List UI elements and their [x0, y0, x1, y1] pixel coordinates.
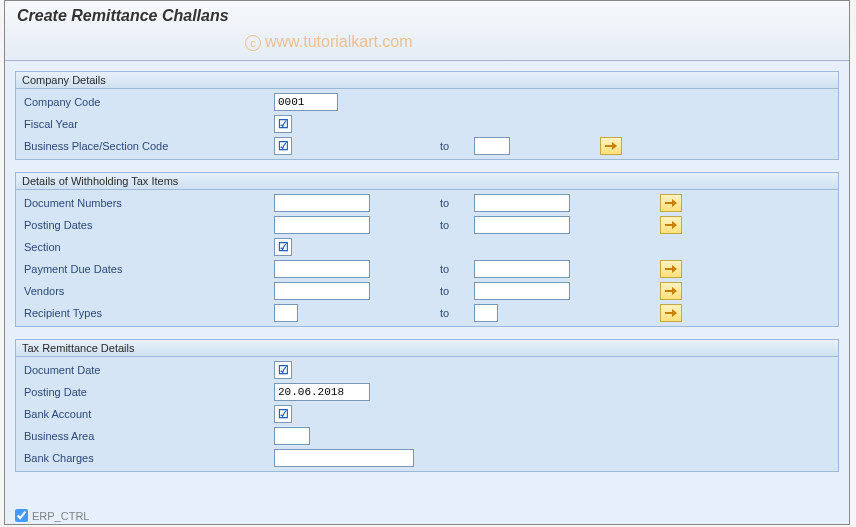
input-company-code[interactable]: [274, 93, 338, 111]
label-fiscal-year: Fiscal Year: [24, 118, 274, 130]
required-check-icon[interactable]: ☑: [274, 115, 292, 133]
label-posting-date: Posting Date: [24, 386, 274, 398]
row-section: Section ☑: [16, 236, 838, 258]
multiple-selection-button[interactable]: [660, 194, 682, 212]
arrow-right-icon: [665, 286, 677, 296]
main-window: Create Remittance Challans cwww.tutorial…: [4, 0, 850, 525]
label-to: to: [440, 140, 474, 152]
input-posting-dates-to[interactable]: [474, 216, 570, 234]
row-posting-date: Posting Date: [16, 381, 838, 403]
arrow-right-icon: [665, 198, 677, 208]
label-to: to: [440, 307, 474, 319]
row-document-numbers: Document Numbers to: [16, 192, 838, 214]
label-to: to: [440, 197, 474, 209]
label-bank-account: Bank Account: [24, 408, 274, 420]
input-business-place-to[interactable]: [474, 137, 510, 155]
label-to: to: [440, 263, 474, 275]
input-doc-numbers-from[interactable]: [274, 194, 370, 212]
arrow-right-icon: [605, 141, 617, 151]
group-header-company: Company Details: [16, 72, 838, 89]
multiple-selection-button[interactable]: [660, 282, 682, 300]
row-company-code: Company Code: [16, 91, 838, 113]
input-posting-dates-from[interactable]: [274, 216, 370, 234]
input-doc-numbers-to[interactable]: [474, 194, 570, 212]
input-posting-date[interactable]: [274, 383, 370, 401]
label-section: Section: [24, 241, 274, 253]
input-vendors-to[interactable]: [474, 282, 570, 300]
row-vendors: Vendors to: [16, 280, 838, 302]
label-vendors: Vendors: [24, 285, 274, 297]
required-check-icon[interactable]: ☑: [274, 361, 292, 379]
input-bank-charges[interactable]: [274, 449, 414, 467]
input-payment-due-to[interactable]: [474, 260, 570, 278]
group-company-details: Company Details Company Code Fiscal Year…: [15, 71, 839, 160]
input-recipient-types-from[interactable]: [274, 304, 298, 322]
multiple-selection-button[interactable]: [660, 216, 682, 234]
label-business-place: Business Place/Section Code: [24, 140, 274, 152]
content-area: Company Details Company Code Fiscal Year…: [5, 61, 849, 472]
footer-label: ERP_CTRL: [32, 510, 89, 522]
label-document-date: Document Date: [24, 364, 274, 376]
row-payment-due-dates: Payment Due Dates to: [16, 258, 838, 280]
row-business-area: Business Area: [16, 425, 838, 447]
required-check-icon[interactable]: ☑: [274, 238, 292, 256]
label-document-numbers: Document Numbers: [24, 197, 274, 209]
title-bar: Create Remittance Challans cwww.tutorial…: [5, 1, 849, 61]
label-company-code: Company Code: [24, 96, 274, 108]
input-recipient-types-to[interactable]: [474, 304, 498, 322]
required-check-icon[interactable]: ☑: [274, 405, 292, 423]
input-business-area[interactable]: [274, 427, 310, 445]
label-posting-dates: Posting Dates: [24, 219, 274, 231]
row-fiscal-year: Fiscal Year ☑: [16, 113, 838, 135]
multiple-selection-button[interactable]: [660, 304, 682, 322]
page-title: Create Remittance Challans: [17, 7, 837, 25]
row-recipient-types: Recipient Types to: [16, 302, 838, 324]
label-to: to: [440, 219, 474, 231]
copyright-icon: c: [245, 35, 261, 51]
multiple-selection-button[interactable]: [660, 260, 682, 278]
row-bank-charges: Bank Charges: [16, 447, 838, 469]
arrow-right-icon: [665, 264, 677, 274]
input-payment-due-from[interactable]: [274, 260, 370, 278]
row-bank-account: Bank Account ☑: [16, 403, 838, 425]
footer-checkbox[interactable]: [15, 509, 28, 522]
input-vendors-from[interactable]: [274, 282, 370, 300]
row-posting-dates: Posting Dates to: [16, 214, 838, 236]
arrow-right-icon: [665, 220, 677, 230]
required-check-icon[interactable]: ☑: [274, 137, 292, 155]
group-header-remittance: Tax Remittance Details: [16, 340, 838, 357]
footer-checkbox-row: ERP_CTRL: [15, 509, 89, 522]
watermark: cwww.tutorialkart.com: [245, 33, 413, 51]
row-business-place: Business Place/Section Code ☑ to: [16, 135, 838, 157]
label-payment-due: Payment Due Dates: [24, 263, 274, 275]
label-recipient-types: Recipient Types: [24, 307, 274, 319]
group-tax-remittance: Tax Remittance Details Document Date ☑ P…: [15, 339, 839, 472]
row-document-date: Document Date ☑: [16, 359, 838, 381]
label-bank-charges: Bank Charges: [24, 452, 274, 464]
multiple-selection-button[interactable]: [600, 137, 622, 155]
label-business-area: Business Area: [24, 430, 274, 442]
label-to: to: [440, 285, 474, 297]
group-header-wht: Details of Withholding Tax Items: [16, 173, 838, 190]
group-withholding-tax: Details of Withholding Tax Items Documen…: [15, 172, 839, 327]
arrow-right-icon: [665, 308, 677, 318]
